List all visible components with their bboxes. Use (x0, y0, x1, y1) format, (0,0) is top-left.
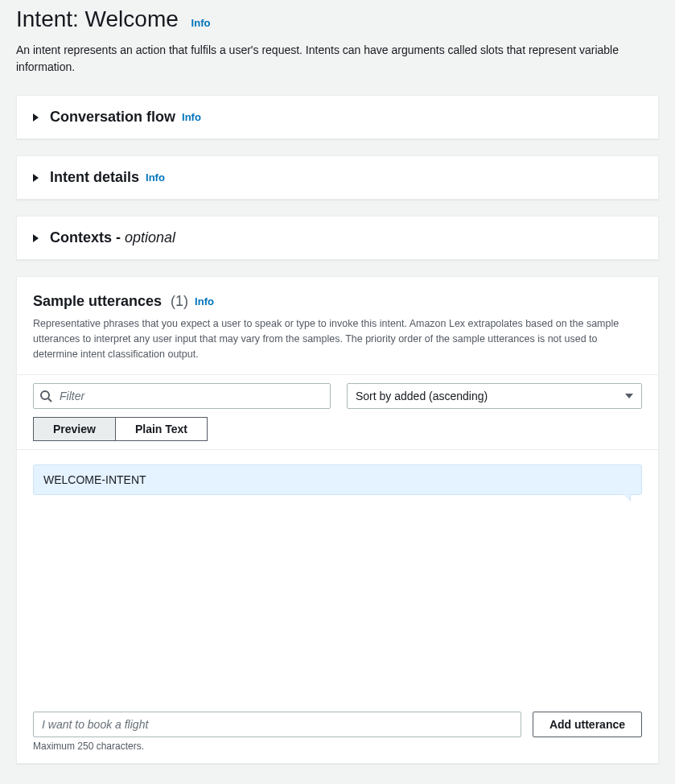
add-utterance-button[interactable]: Add utterance (533, 712, 642, 737)
panel-header-intent-details[interactable]: Intent details Info (17, 156, 658, 199)
page-title: Intent: Welcome Info (16, 0, 659, 42)
utterance-item[interactable]: WELCOME-INTENT (33, 464, 642, 495)
page-title-text: Intent: Welcome (16, 6, 179, 31)
tab-preview[interactable]: Preview (33, 417, 115, 441)
svg-line-1 (48, 398, 51, 402)
panel-title-intent-details: Intent details (50, 169, 139, 186)
utterance-area: WELCOME-INTENT (17, 449, 658, 704)
sort-select-label: Sort by added (ascending) (356, 390, 488, 402)
caret-right-icon (33, 113, 39, 122)
panel-conversation-flow: Conversation flow Info (16, 95, 659, 139)
info-link-intent-details[interactable]: Info (146, 171, 165, 184)
filter-input[interactable] (33, 383, 331, 409)
controls-row: Sort by added (ascending) (17, 375, 658, 417)
panel-title-conversation-flow: Conversation flow (50, 109, 175, 126)
sample-utterances-description: Representative phrases that you expect a… (17, 316, 658, 374)
panel-header-sample-utterances: Sample utterances (1) Info (17, 277, 658, 316)
info-link-conversation-flow[interactable]: Info (182, 111, 201, 123)
panel-title-contexts: Contexts - optional (50, 229, 175, 246)
toggle-row: Preview Plain Text (17, 417, 658, 449)
page-description: An intent represents an action that fulf… (16, 42, 659, 76)
chevron-down-icon (625, 394, 633, 398)
sort-select[interactable]: Sort by added (ascending) (347, 383, 642, 409)
contexts-title-prefix: Contexts - (50, 229, 125, 246)
caret-right-icon (33, 174, 39, 182)
panel-sample-utterances: Sample utterances (1) Info Representativ… (16, 276, 659, 764)
svg-point-0 (41, 391, 49, 399)
panel-intent-details: Intent details Info (16, 155, 659, 200)
info-link-sample-utterances[interactable]: Info (195, 295, 214, 307)
panel-header-contexts[interactable]: Contexts - optional (17, 217, 658, 259)
caret-right-icon (33, 234, 39, 242)
tab-plain-text[interactable]: Plain Text (115, 417, 208, 441)
panel-header-conversation-flow[interactable]: Conversation flow Info (17, 96, 658, 138)
add-utterance-input[interactable] (33, 712, 521, 737)
sample-utterances-count: (1) (171, 293, 188, 309)
char-hint: Maximum 250 characters. (17, 741, 658, 763)
panel-title-sample-utterances: Sample utterances (1) (33, 293, 188, 310)
panel-contexts: Contexts - optional (16, 216, 659, 260)
add-row: Add utterance (17, 704, 658, 741)
info-link-header[interactable]: Info (191, 17, 211, 29)
search-icon (39, 390, 52, 402)
filter-wrap (33, 383, 331, 409)
sample-utterances-title-text: Sample utterances (33, 293, 162, 309)
contexts-optional-label: optional (125, 229, 175, 246)
